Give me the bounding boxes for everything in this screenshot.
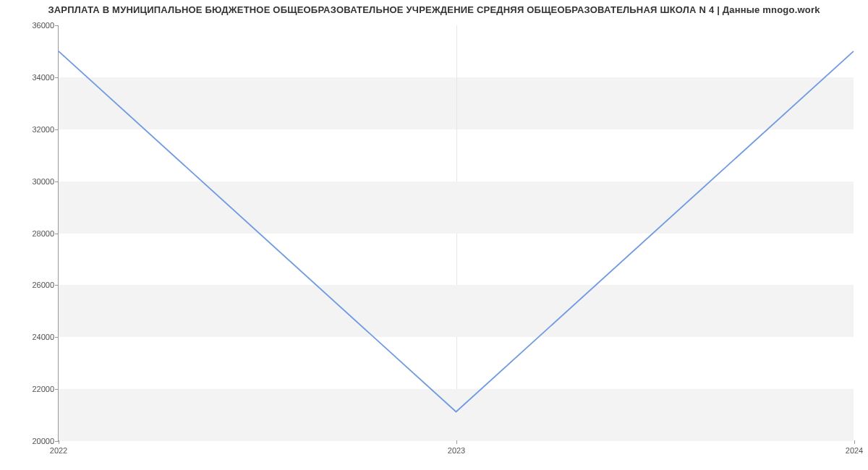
x-tick-mark bbox=[59, 440, 59, 444]
y-tick-label: 30000 bbox=[25, 177, 54, 186]
y-tick-label: 22000 bbox=[25, 385, 54, 393]
chart-container: ЗАРПЛАТА В МУНИЦИПАЛЬНОЕ БЮДЖЕТНОЕ ОБЩЕО… bbox=[0, 0, 868, 470]
y-tick-label: 34000 bbox=[25, 73, 54, 82]
y-tick-label: 20000 bbox=[25, 437, 54, 445]
y-tick-label: 24000 bbox=[25, 333, 54, 341]
y-tick-mark bbox=[55, 25, 59, 26]
y-tick-mark bbox=[55, 234, 59, 234]
x-tick-label: 2022 bbox=[50, 446, 67, 455]
line-layer bbox=[59, 25, 854, 440]
x-tick-label: 2024 bbox=[846, 446, 863, 455]
plot-area: 2000022000240002600028000300003200034000… bbox=[58, 25, 854, 441]
series-line bbox=[59, 51, 854, 412]
y-tick-label: 28000 bbox=[25, 229, 54, 238]
y-tick-mark bbox=[55, 181, 59, 182]
y-tick-label: 36000 bbox=[25, 21, 54, 30]
y-tick-label: 32000 bbox=[25, 125, 54, 134]
y-tick-mark bbox=[55, 129, 59, 130]
y-tick-mark bbox=[55, 389, 59, 390]
y-tick-mark bbox=[55, 337, 59, 338]
y-tick-mark bbox=[55, 77, 59, 78]
chart-title: ЗАРПЛАТА В МУНИЦИПАЛЬНОЕ БЮДЖЕТНОЕ ОБЩЕО… bbox=[0, 4, 868, 15]
x-tick-mark bbox=[854, 440, 855, 444]
x-tick-mark bbox=[456, 440, 457, 444]
x-tick-label: 2023 bbox=[448, 446, 465, 455]
y-tick-mark bbox=[55, 285, 59, 286]
y-tick-label: 26000 bbox=[25, 281, 54, 289]
